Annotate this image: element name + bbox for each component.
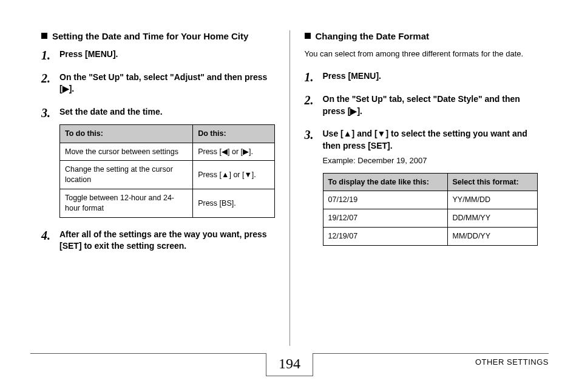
th-display: To display the date like this: — [323, 173, 447, 191]
left-column: Setting the Date and Time for Your Home … — [30, 24, 286, 346]
cell-display: 07/12/19 — [323, 191, 447, 209]
down-arrow-icon: ▼ — [378, 129, 386, 138]
page-footer: 194 OTHER SETTINGS — [30, 353, 549, 377]
step-text: After all of the settings are the way yo… — [59, 229, 267, 251]
right-arrow-icon: ▶ — [243, 147, 249, 156]
step-text: Press [MENU]. — [59, 49, 118, 59]
table-row: 19/12/07 DD/MM/YY — [323, 209, 538, 228]
settings-actions-table: To do this: Do this: Move the cursor bet… — [59, 124, 275, 218]
square-bullet-icon — [41, 33, 47, 39]
up-arrow-icon: ▲ — [344, 129, 352, 138]
cell-display: 19/12/07 — [323, 209, 447, 228]
cell-instruction: Press [▲] or [▼]. — [193, 161, 274, 189]
footer-section-label: OTHER SETTINGS — [475, 357, 549, 367]
left-arrow-icon: ◀ — [222, 147, 228, 156]
cell-format: YY/MM/DD — [447, 191, 537, 209]
step-text: Press [MENU]. — [323, 71, 381, 81]
cell-instruction: Press [◀] or [▶]. — [193, 143, 274, 161]
two-column-layout: Setting the Date and Time for Your Home … — [30, 24, 549, 346]
cell-action: Move the cursor between settings — [60, 143, 193, 161]
right-column: Changing the Date Format You can select … — [294, 24, 549, 346]
column-divider — [290, 30, 290, 346]
table-row: Toggle between 12-hour and 24-hour forma… — [60, 189, 275, 218]
cell-action: Change the setting at the cursor locatio… — [60, 161, 193, 189]
cell-format: DD/MM/YY — [447, 209, 537, 228]
section-heading-right: Changing the Date Format — [305, 30, 538, 42]
step-text-a: Use [ — [323, 129, 344, 138]
cell-display: 12/19/07 — [323, 228, 447, 246]
example-text: Example: December 19, 2007 — [323, 155, 538, 166]
step-2: On the "Set Up" tab, select "Date Style"… — [305, 93, 538, 117]
date-format-table: To display the date like this: Select th… — [323, 173, 538, 246]
table-row: Move the cursor between settings Press [… — [60, 143, 275, 161]
cell-action: Toggle between 12-hour and 24-hour forma… — [60, 189, 193, 218]
txt: ]. — [252, 171, 256, 179]
txt: ]. — [249, 147, 253, 156]
cell-format: MM/DD/YY — [447, 228, 537, 246]
step-2: On the "Set Up" tab, select "Adjust" and… — [41, 72, 275, 95]
table-row: Change the setting at the cursor locatio… — [60, 161, 275, 189]
section-heading-left: Setting the Date and Time for Your Home … — [41, 30, 275, 42]
manual-page: Setting the Date and Time for Your Home … — [0, 0, 579, 392]
step-text-b: ] and [ — [352, 129, 378, 138]
th-format: Select this format: — [447, 173, 537, 191]
th-action: To do this: — [60, 124, 193, 143]
table-row: 07/12/19 YY/MM/DD — [323, 191, 538, 209]
table-header-row: To display the date like this: Select th… — [323, 173, 538, 191]
steps-list-left: Press [MENU]. On the "Set Up" tab, selec… — [41, 49, 275, 252]
up-arrow-icon: ▲ — [222, 171, 229, 179]
right-arrow-icon: ▶ — [63, 84, 69, 93]
txt: ] or [ — [229, 171, 244, 179]
txt: Press [ — [198, 147, 222, 156]
step-text-b: ]. — [357, 106, 362, 116]
step-3: Use [▲] and [▼] to select the setting yo… — [305, 128, 538, 246]
step-1: Press [MENU]. — [41, 49, 275, 61]
square-bullet-icon — [305, 33, 311, 39]
step-1: Press [MENU]. — [305, 70, 538, 83]
page-number: 194 — [266, 353, 313, 376]
right-arrow-icon: ▶ — [350, 106, 357, 116]
step-text-a: On the "Set Up" tab, select "Adjust" and… — [59, 72, 267, 94]
heading-text: Setting the Date and Time for Your Home … — [52, 30, 248, 42]
footer-rule: 194 OTHER SETTINGS — [30, 353, 549, 377]
step-3: Set the date and the time. To do this: D… — [41, 106, 275, 218]
txt: ] or [ — [228, 147, 243, 156]
steps-list-right: Press [MENU]. On the "Set Up" tab, selec… — [305, 70, 538, 246]
th-instruction: Do this: — [193, 124, 274, 143]
heading-text: Changing the Date Format — [316, 30, 430, 42]
cell-instruction: Press [BS]. — [193, 189, 274, 218]
step-4: After all of the settings are the way yo… — [41, 229, 275, 252]
intro-text: You can select from among three differen… — [305, 49, 538, 59]
step-text-b: ]. — [69, 84, 75, 93]
txt: Press [ — [198, 171, 222, 179]
table-row: 12/19/07 MM/DD/YY — [323, 228, 538, 246]
table-header-row: To do this: Do this: — [60, 124, 275, 143]
down-arrow-icon: ▼ — [244, 171, 251, 179]
step-text: Set the date and the time. — [59, 107, 163, 117]
